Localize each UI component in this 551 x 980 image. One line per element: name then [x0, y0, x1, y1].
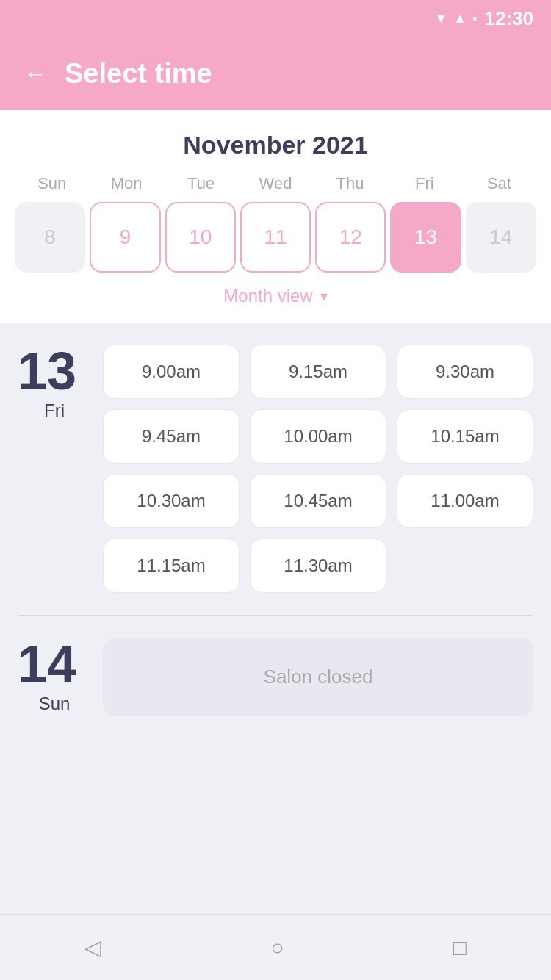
- day-number-13: 13: [18, 345, 91, 397]
- day-content-13: 13 Fri 9.00am 9.15am 9.30am 9.45am 10.00…: [18, 345, 533, 593]
- wifi-icon: ▼: [434, 11, 447, 26]
- time-slot-900[interactable]: 9.00am: [103, 345, 240, 399]
- day-name-14: Sun: [18, 693, 91, 714]
- time-slot-1130[interactable]: 11.30am: [250, 538, 386, 593]
- day-label-13: 13 Fri: [18, 345, 91, 421]
- signal-icon: ▲: [453, 11, 467, 26]
- day-content-14: 14 Sun Salon closed: [18, 638, 533, 716]
- day-number-14: 14: [18, 638, 91, 691]
- header-title: Select time: [65, 58, 212, 90]
- time-slot-1030[interactable]: 10.30am: [103, 474, 240, 528]
- date-cell-9[interactable]: 9: [90, 202, 160, 273]
- weekday-fri: Fri: [387, 174, 461, 193]
- date-cell-10[interactable]: 10: [165, 202, 236, 273]
- date-cell-12[interactable]: 12: [315, 202, 386, 273]
- timeslots-section: 13 Fri 9.00am 9.15am 9.30am 9.45am 10.00…: [0, 323, 551, 812]
- slots-area-13: 9.00am 9.15am 9.30am 9.45am 10.00am 10.1…: [103, 345, 533, 593]
- time-slot-945[interactable]: 9.45am: [103, 409, 240, 464]
- date-cell-11[interactable]: 11: [240, 202, 311, 273]
- day-name-13: Fri: [18, 400, 91, 421]
- weekday-wed: Wed: [238, 174, 312, 193]
- calendar-section: November 2021 Sun Mon Tue Wed Thu Fri Sa…: [0, 110, 551, 273]
- date-cell-13[interactable]: 13: [390, 202, 461, 273]
- salon-closed-box: Salon closed: [103, 638, 533, 716]
- nav-back-button[interactable]: ◁: [84, 934, 101, 960]
- month-view-toggle[interactable]: Month view ▾: [0, 273, 551, 323]
- weekday-mon: Mon: [89, 174, 163, 193]
- back-button[interactable]: ←: [24, 60, 47, 87]
- weekday-row: Sun Mon Tue Wed Thu Fri Sat: [15, 174, 536, 193]
- slots-grid-13: 9.00am 9.15am 9.30am 9.45am 10.00am 10.1…: [103, 345, 533, 593]
- nav-home-button[interactable]: ○: [270, 935, 284, 960]
- status-bar: ▼ ▲ ▪ 12:30: [0, 0, 551, 37]
- day-label-14: 14 Sun: [18, 638, 91, 714]
- month-year-label: November 2021: [15, 131, 536, 159]
- header: ← Select time: [0, 37, 551, 110]
- status-icons: ▼ ▲ ▪: [434, 11, 477, 26]
- battery-icon: ▪: [472, 11, 477, 26]
- time-slot-1045[interactable]: 10.45am: [250, 474, 386, 528]
- weekday-sat: Sat: [462, 174, 536, 193]
- time-slot-1100[interactable]: 11.00am: [397, 474, 533, 528]
- time-slot-930[interactable]: 9.30am: [397, 345, 533, 399]
- status-time: 12:30: [485, 7, 534, 30]
- weekday-tue: Tue: [164, 174, 238, 193]
- chevron-down-icon: ▾: [320, 287, 328, 305]
- time-slot-1015[interactable]: 10.15am: [397, 409, 533, 464]
- time-slot-1000[interactable]: 10.00am: [250, 409, 386, 464]
- date-cell-8[interactable]: 8: [15, 202, 85, 273]
- day-section-13: 13 Fri 9.00am 9.15am 9.30am 9.45am 10.00…: [18, 345, 533, 593]
- date-cell-14[interactable]: 14: [466, 202, 536, 273]
- day-section-14: 14 Sun Salon closed: [18, 638, 533, 716]
- date-row: 8 9 10 11 12 13 14: [15, 202, 536, 273]
- time-slot-915[interactable]: 9.15am: [250, 345, 386, 399]
- time-slot-1115[interactable]: 11.15am: [103, 538, 240, 593]
- nav-recent-button[interactable]: □: [453, 935, 467, 960]
- divider: [18, 615, 533, 616]
- bottom-nav: ◁ ○ □: [0, 914, 551, 980]
- weekday-thu: Thu: [313, 174, 387, 193]
- month-view-label: Month view: [223, 286, 312, 306]
- weekday-sun: Sun: [15, 174, 89, 193]
